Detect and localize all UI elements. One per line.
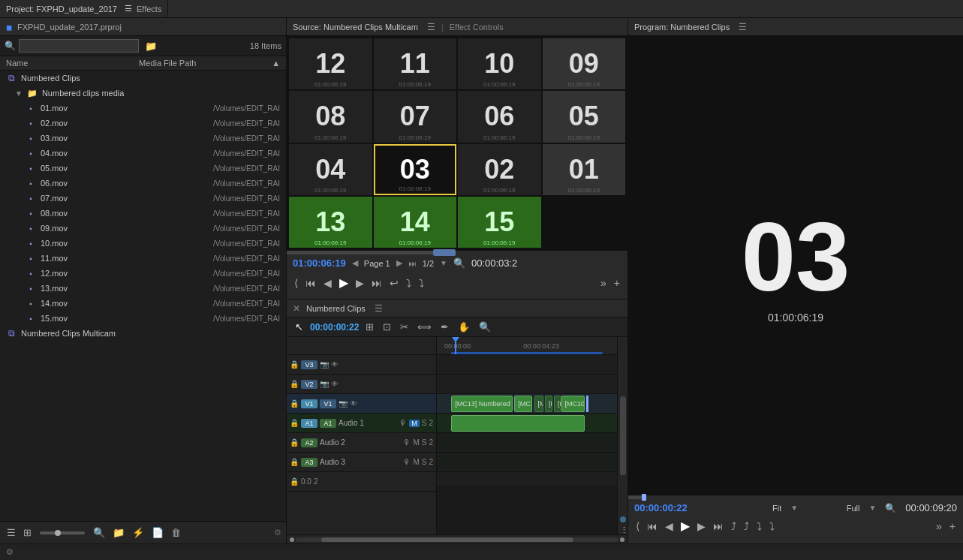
prog-step-back-button[interactable]: ⏮ — [646, 519, 659, 533]
lock-icon[interactable]: 🔒 — [290, 399, 299, 408]
list-item[interactable]: ▪ 11.mov /Volumes/EDIT_RAI — [0, 251, 286, 266]
a2-cam-icon[interactable]: 🎙 — [403, 438, 411, 447]
zoom-icon[interactable]: 🔍 — [453, 257, 465, 269]
clip-cell-01[interactable]: 01 01:00:06:19 — [543, 144, 626, 195]
zoom-slider[interactable] — [40, 531, 85, 534]
lock-icon[interactable]: 🔒 — [290, 438, 299, 447]
list-view-button[interactable]: ☰ — [5, 525, 18, 540]
v1-cam-icon[interactable]: 📷 — [339, 399, 348, 408]
more-controls-button[interactable]: » — [599, 276, 608, 290]
lock-icon[interactable]: 🔒 — [290, 360, 299, 369]
dropdown-icon[interactable]: ▼ — [440, 259, 447, 267]
clip-cell-08[interactable]: 08 01:00:06:19 — [289, 91, 372, 142]
settings-icon[interactable]: ⚙ — [274, 528, 281, 537]
scroll-handle[interactable] — [620, 516, 626, 522]
prog-more-controls[interactable]: » — [934, 519, 943, 533]
prev-page-icon[interactable]: ◀ — [352, 258, 358, 268]
list-item[interactable]: ▪ 06.mov /Volumes/EDIT_RAI — [0, 176, 286, 191]
clip-cell-13[interactable]: 13 01:00:06:19 — [289, 197, 372, 248]
razor-tool[interactable]: ✂ — [398, 321, 411, 333]
a2-s-label[interactable]: S — [422, 438, 427, 447]
sort-icon[interactable]: ▲ — [272, 59, 280, 68]
next-page-icon[interactable]: ▶ — [396, 258, 402, 268]
effects-tab[interactable]: Effects — [137, 5, 161, 14]
scroll-right-btn[interactable] — [620, 537, 624, 542]
clip-cell-11[interactable]: 11 01:00:06:19 — [374, 38, 457, 89]
new-bin-button[interactable]: 📁 — [110, 525, 127, 540]
prog-extract-button[interactable]: ⤴ — [742, 519, 751, 533]
clip-block-mc10a[interactable]: [MC10] — [534, 396, 543, 412]
ripple-tool[interactable]: ⊡ — [381, 321, 393, 333]
a3-cam-icon[interactable]: 🎙 — [403, 458, 411, 466]
quality-dropdown-icon[interactable]: ▼ — [868, 504, 876, 512]
prog-frame-back-button[interactable]: ◀ — [664, 519, 675, 533]
play-button[interactable]: ▶ — [338, 275, 350, 291]
page-skip-icon[interactable]: ⏭ — [408, 259, 417, 268]
pen-tool[interactable]: ✒ — [438, 321, 451, 333]
list-item[interactable]: ▪ 10.mov /Volumes/EDIT_RAI — [0, 236, 286, 251]
prog-add-btn[interactable]: + — [948, 519, 957, 533]
track-select-tool[interactable]: ⊞ — [363, 321, 376, 333]
timeline-close-button[interactable]: ✕ — [293, 303, 300, 314]
list-item[interactable]: ▪ 02.mov /Volumes/EDIT_RAI — [0, 116, 286, 131]
search-input[interactable] — [19, 39, 139, 53]
v2-cam-icon[interactable]: 📷 — [320, 380, 329, 388]
folder-icon[interactable]: 📁 — [145, 41, 157, 52]
effect-controls-tab[interactable]: Effect Controls — [450, 23, 504, 32]
scroll-track[interactable] — [296, 537, 618, 542]
a1-m-badge[interactable]: M — [409, 420, 420, 427]
scroll-handle[interactable] — [321, 537, 573, 542]
grid-view-button[interactable]: ⊞ — [21, 525, 34, 540]
clip-cell-15[interactable]: 15 01:00:06:19 — [458, 197, 541, 248]
list-item[interactable]: ▪ 08.mov /Volumes/EDIT_RAI — [0, 206, 286, 221]
program-zoom-icon[interactable]: 🔍 — [885, 503, 896, 513]
list-item[interactable]: ▪ 14.mov /Volumes/EDIT_RAI — [0, 296, 286, 311]
program-progress-bar[interactable] — [628, 495, 963, 499]
prog-lift-button[interactable]: ⤴ — [730, 519, 738, 533]
selection-tool[interactable]: ↖ — [293, 321, 305, 333]
fit-dropdown-icon[interactable]: ▼ — [790, 504, 798, 512]
list-item[interactable]: ▪ 03.mov /Volumes/EDIT_RAI — [0, 131, 286, 146]
menu-icon[interactable]: ☰ — [125, 4, 132, 14]
clip-cell-02[interactable]: 02 01:00:06:19 — [458, 144, 541, 195]
clip-end-handle[interactable] — [581, 396, 588, 412]
scroll-sidebar[interactable]: ⋮ — [617, 337, 627, 534]
clip-cell-09[interactable]: 09 01:00:06:19 — [543, 38, 626, 89]
v1-eye-icon[interactable]: 👁 — [350, 399, 357, 408]
list-item[interactable]: ▼ 📁 Numbered clips media — [0, 86, 286, 101]
v2-toggle[interactable]: V2 — [301, 380, 317, 389]
lock-icon[interactable]: 🔒 — [290, 419, 299, 427]
list-item[interactable]: ▪ 01.mov /Volumes/EDIT_RAI — [0, 101, 286, 116]
list-item[interactable]: ⧉ Numbered Clips Multicam — [0, 326, 286, 341]
clip-cell-14[interactable]: 14 01:00:06:19 — [374, 197, 457, 248]
lock-icon[interactable]: 🔒 — [290, 458, 299, 466]
timeline-menu-icon[interactable]: ☰ — [375, 303, 383, 314]
prog-frame-fwd-button[interactable]: ▶ — [696, 519, 707, 533]
a3-toggle[interactable]: A3 — [301, 458, 317, 467]
source-menu-icon[interactable]: ☰ — [427, 22, 435, 32]
clip-cell-04[interactable]: 04 01:00:06:19 — [289, 144, 372, 195]
v1-dst-toggle[interactable]: V1 — [320, 399, 336, 408]
v1-src-toggle[interactable]: V1 — [301, 399, 317, 408]
prog-insert-button[interactable]: ⤵ — [755, 519, 763, 533]
clip-cell-07[interactable]: 07 01:00:06:19 — [374, 91, 457, 142]
scroll-left-btn[interactable] — [290, 537, 294, 542]
list-item[interactable]: ▪ 05.mov /Volumes/EDIT_RAI — [0, 161, 286, 176]
clip-cell-10[interactable]: 10 01:00:06:19 — [458, 38, 541, 89]
step-fwd-button[interactable]: ⏭ — [370, 276, 384, 290]
step-back-button[interactable]: ⏮ — [304, 276, 317, 290]
effects-button[interactable]: ⚡ — [130, 525, 146, 540]
timeline-ruler[interactable]: 00:00:00 00:00:04:23 — [437, 337, 617, 355]
search-button[interactable]: 🔍 — [91, 525, 107, 540]
a1-s-label[interactable]: S — [422, 419, 427, 427]
a1-src-toggle[interactable]: A1 — [301, 419, 317, 428]
prog-step-fwd-button[interactable]: ⏭ — [712, 519, 725, 533]
mark-in-button[interactable]: ⟨ — [293, 276, 299, 290]
list-item[interactable]: ▪ 12.mov /Volumes/EDIT_RAI — [0, 266, 286, 281]
v3-eye-icon[interactable]: 👁 — [331, 360, 339, 369]
clip-block-mc7[interactable]: [MC7] — [545, 396, 552, 412]
insert-button[interactable]: ⤵ — [405, 276, 413, 290]
list-item[interactable]: ▪ 15.mov /Volumes/EDIT_RAI — [0, 311, 286, 326]
prog-play-button[interactable]: ▶ — [679, 518, 691, 534]
vertical-scrollbar[interactable] — [620, 396, 626, 475]
